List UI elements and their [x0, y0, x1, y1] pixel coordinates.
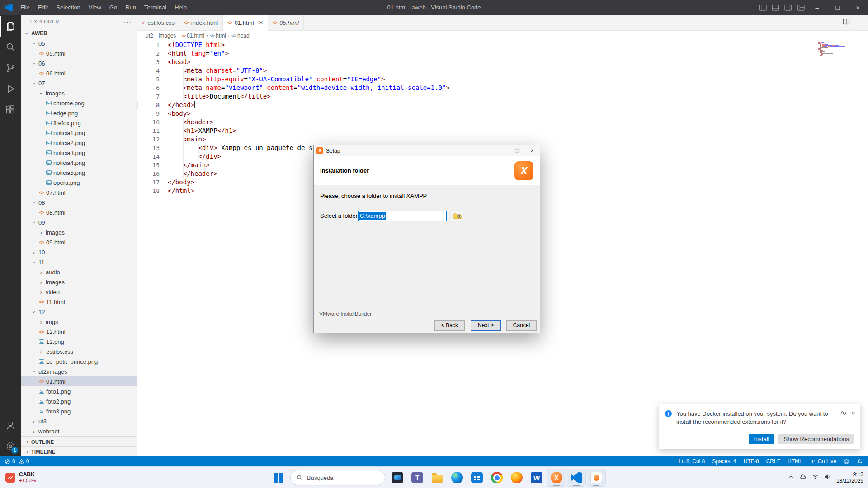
- breadcrumb-01.html[interactable]: <>01.html: [180, 33, 205, 39]
- indentation[interactable]: Spaces: 4: [712, 458, 736, 465]
- close-tab-icon[interactable]: ×: [259, 19, 263, 26]
- tree-file-06.html[interactable]: <>06.html: [21, 68, 137, 78]
- menu-selection[interactable]: Selection: [52, 0, 84, 15]
- taskbar-app-chrome[interactable]: [487, 469, 506, 487]
- volume-icon[interactable]: [824, 474, 831, 482]
- widgets-button[interactable]: CABK +1,53%: [5, 467, 36, 488]
- menu-file[interactable]: File: [16, 0, 34, 15]
- problems-indicator[interactable]: 0 0: [5, 458, 29, 465]
- cursor-position[interactable]: Ln 8, Col 8: [679, 458, 705, 465]
- tree-file-edge.png[interactable]: edge.png: [21, 108, 137, 118]
- tree-folder-video[interactable]: ›video: [21, 287, 137, 297]
- breadcrumb-html[interactable]: </>html: [209, 33, 227, 39]
- code-line-7[interactable]: 7 <title>Document</title>: [137, 92, 818, 101]
- run-debug-icon[interactable]: [0, 78, 21, 99]
- section-timeline[interactable]: ›TIMELINE: [21, 446, 137, 456]
- tree-folder-ut2\images[interactable]: ›ut2\images: [21, 366, 137, 376]
- code-line-11[interactable]: 11 <h1>XAMPP</h1>: [137, 127, 818, 135]
- extensions-icon[interactable]: [0, 99, 21, 120]
- search-icon[interactable]: [0, 37, 21, 57]
- code-line-9[interactable]: 9<body>: [137, 109, 818, 118]
- breadcrumb-head[interactable]: </>head: [231, 33, 250, 39]
- eol-sequence[interactable]: CRLF: [766, 458, 780, 465]
- toggle-sidebar-icon[interactable]: [756, 0, 769, 15]
- settings-icon[interactable]: 1: [0, 436, 21, 456]
- tree-file-12.html[interactable]: <>12.html: [21, 327, 137, 337]
- tree-file-08.html[interactable]: <>08.html: [21, 207, 137, 217]
- notification-settings-gear-icon[interactable]: [840, 410, 847, 418]
- tree-file-foto3.png[interactable]: foto3.png: [21, 406, 137, 416]
- tab-index.html[interactable]: <>index.html: [179, 15, 223, 30]
- tab-estilos.css[interactable]: #estilos.css: [137, 15, 179, 30]
- language-mode[interactable]: HTML: [788, 458, 802, 465]
- section-outline[interactable]: ›OUTLINE: [21, 436, 137, 446]
- tab-01.html[interactable]: <>01.html×: [223, 15, 268, 31]
- explorer-icon[interactable]: [0, 16, 21, 37]
- hidden-icons-chevron[interactable]: [788, 474, 794, 482]
- cloud-icon[interactable]: [799, 474, 807, 482]
- code-line-5[interactable]: 5 <meta http-equiv="X-UA-Compatible" con…: [137, 75, 818, 84]
- tree-folder-aweb[interactable]: ›AWEB: [21, 28, 137, 38]
- minimize-button[interactable]: –: [807, 0, 827, 15]
- back-button[interactable]: < Back: [434, 320, 465, 331]
- close-button[interactable]: ×: [848, 0, 868, 15]
- tree-folder-images[interactable]: ›images: [21, 227, 137, 237]
- split-editor-icon[interactable]: [843, 18, 850, 27]
- tree-folder-05[interactable]: ›05: [21, 38, 137, 48]
- tree-folder-ut3[interactable]: ›ut3: [21, 416, 137, 426]
- menu-help[interactable]: Help: [170, 0, 191, 15]
- tree-file-noticia3.png[interactable]: noticia3.png: [21, 148, 137, 158]
- browse-folder-button[interactable]: [452, 211, 463, 221]
- taskbar-app-xampp[interactable]: X: [547, 469, 566, 487]
- notification-close-icon[interactable]: ×: [851, 410, 855, 416]
- taskbar-app-monitor[interactable]: [388, 469, 407, 487]
- dialog-titlebar[interactable]: X Setup – □ ×: [314, 145, 540, 156]
- tree-file-noticia4.png[interactable]: noticia4.png: [21, 158, 137, 168]
- menu-terminal[interactable]: Terminal: [140, 0, 170, 15]
- tree-folder-10[interactable]: ›10: [21, 247, 137, 257]
- tree-file-le_petit_prince.png[interactable]: Le_petit_prince.png: [21, 357, 137, 366]
- feedback-icon[interactable]: [844, 459, 849, 465]
- tree-folder-07[interactable]: ›07: [21, 78, 137, 88]
- notifications-bell-icon[interactable]: [857, 459, 863, 465]
- taskbar-search[interactable]: Búsqueda: [290, 470, 385, 485]
- tree-folder-06[interactable]: ›06: [21, 58, 137, 68]
- taskbar-app-setup[interactable]: [587, 469, 606, 487]
- code-line-8[interactable]: 8</head>: [137, 101, 818, 109]
- taskbar-app-store[interactable]: [467, 469, 486, 487]
- more-actions-icon[interactable]: ⋯: [855, 19, 863, 27]
- tree-file-12.png[interactable]: 12.png: [21, 337, 137, 347]
- breadcrumb-ut2[interactable]: ut2: [145, 33, 154, 39]
- tree-folder-11[interactable]: ›11: [21, 257, 137, 267]
- breadcrumb-images[interactable]: images: [158, 33, 177, 39]
- code-line-6[interactable]: 6 <meta name="viewport" content="width=d…: [137, 84, 818, 92]
- tree-file-noticia5.png[interactable]: noticia5.png: [21, 168, 137, 178]
- tree-file-09.html[interactable]: <>09.html: [21, 237, 137, 247]
- maximize-button[interactable]: □: [827, 0, 848, 15]
- tab-05.html[interactable]: <>05.html: [268, 15, 304, 30]
- taskbar-clock[interactable]: 9:13 18/12/2025: [836, 471, 863, 484]
- source-control-icon[interactable]: [0, 57, 21, 78]
- menu-view[interactable]: View: [85, 0, 105, 15]
- tree-folder-12[interactable]: ›12: [21, 307, 137, 317]
- tree-folder-08[interactable]: ›08: [21, 197, 137, 207]
- go-live-button[interactable]: Go Live: [810, 458, 836, 465]
- tree-file-firefox.png[interactable]: firefox.png: [21, 118, 137, 128]
- tree-file-estilos.css[interactable]: #estilos.css: [21, 347, 137, 357]
- next-button[interactable]: Next >: [471, 320, 501, 331]
- tree-folder-audio[interactable]: ›audio: [21, 267, 137, 277]
- explorer-actions-icon[interactable]: ···: [124, 18, 132, 25]
- tree-file-opera.png[interactable]: opera.png: [21, 178, 137, 188]
- code-line-2[interactable]: 2<html lang="en">: [137, 49, 818, 58]
- minimap[interactable]: [818, 42, 861, 59]
- tree-file-05.html[interactable]: <>05.html: [21, 48, 137, 58]
- tree-folder-images[interactable]: ›images: [21, 88, 137, 98]
- dialog-minimize-button[interactable]: –: [494, 145, 509, 156]
- tree-file-foto2.png[interactable]: foto2.png: [21, 396, 137, 406]
- code-line-3[interactable]: 3<head>: [137, 58, 818, 66]
- tree-folder-09[interactable]: ›09: [21, 217, 137, 227]
- code-line-4[interactable]: 4 <meta charset="UTF-8">: [137, 66, 818, 75]
- taskbar-app-vscode[interactable]: [567, 469, 586, 487]
- code-line-12[interactable]: 12 <main>: [137, 135, 818, 144]
- tree-file-07.html[interactable]: <>07.html: [21, 188, 137, 197]
